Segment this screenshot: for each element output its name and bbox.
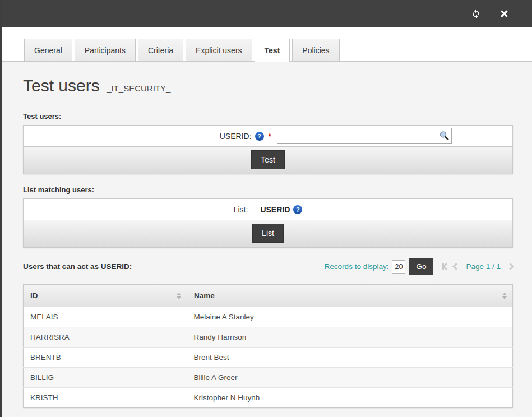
main-content: Test users _IT_SECURITY_ Test users: USE… bbox=[2, 76, 532, 408]
title-bar bbox=[2, 0, 532, 27]
page-title-text: Test users bbox=[23, 76, 100, 95]
close-icon[interactable] bbox=[498, 8, 510, 19]
refresh-icon[interactable] bbox=[470, 8, 482, 19]
column-label-name: Name bbox=[194, 291, 215, 300]
table-row: MELAISMelaine A Stanley bbox=[24, 307, 513, 327]
list-button[interactable]: List bbox=[252, 224, 284, 243]
first-page-icon[interactable] bbox=[442, 263, 448, 270]
cell-id: HARRISRA bbox=[24, 327, 187, 347]
cell-name: Billie A Greer bbox=[187, 368, 513, 388]
cell-id: KRISTH bbox=[24, 388, 187, 408]
list-matching-box: List: USERID ? List bbox=[23, 198, 513, 248]
sort-icon[interactable] bbox=[177, 293, 181, 299]
help-icon[interactable]: ? bbox=[293, 205, 302, 214]
sort-icon[interactable] bbox=[502, 293, 507, 299]
cell-name: Kristopher N Huynh bbox=[187, 388, 513, 408]
records-controls: Records to display: Go Page 1 / 1 bbox=[325, 258, 513, 275]
list-field-row: List: USERID ? bbox=[24, 199, 512, 220]
results-table: ID Name MELAISMelaine A StanleyHARRISRAR… bbox=[23, 284, 513, 408]
table-row: BILLIGBillie A Greer bbox=[24, 368, 513, 388]
list-label: List: bbox=[234, 205, 248, 214]
tab-criteria[interactable]: Criteria bbox=[138, 39, 183, 61]
cell-id: MELAIS bbox=[24, 307, 187, 327]
page-title: Test users _IT_SECURITY_ bbox=[23, 76, 513, 95]
previous-page-icon[interactable] bbox=[453, 263, 460, 270]
next-page-icon[interactable] bbox=[507, 263, 514, 270]
userid-label: USERID: bbox=[220, 132, 252, 141]
column-header-id[interactable]: ID bbox=[24, 285, 187, 307]
table-row: HARRISRARandy Harrison bbox=[24, 327, 513, 347]
list-box-footer: List bbox=[24, 220, 512, 247]
tab-explicit-users[interactable]: Explicit users bbox=[186, 39, 252, 61]
test-users-box: USERID: ? * Test bbox=[23, 125, 513, 174]
page-indicator: Page 1 / 1 bbox=[466, 262, 501, 271]
userid-input[interactable] bbox=[277, 128, 452, 144]
tab-policies[interactable]: Policies bbox=[292, 39, 339, 61]
cell-name: Brent Best bbox=[187, 347, 513, 368]
table-header-row: ID Name bbox=[24, 285, 513, 307]
column-label-id: ID bbox=[30, 291, 38, 300]
tab-test[interactable]: Test bbox=[255, 39, 290, 62]
test-box-footer: Test bbox=[24, 146, 512, 174]
test-button[interactable]: Test bbox=[251, 150, 285, 169]
dialog-window: GeneralParticipantsCriteriaExplicit user… bbox=[0, 0, 532, 417]
cell-name: Randy Harrison bbox=[187, 327, 513, 347]
pagination: Page 1 / 1 bbox=[442, 262, 513, 271]
records-to-display-label: Records to display: bbox=[325, 262, 389, 271]
list-value: USERID bbox=[260, 205, 290, 214]
list-matching-label: List matching users: bbox=[23, 186, 513, 194]
column-header-name[interactable]: Name bbox=[187, 285, 513, 307]
userid-field-row: USERID: ? * bbox=[24, 126, 512, 146]
help-icon[interactable]: ? bbox=[255, 132, 264, 141]
table-row: BRENTBBrent Best bbox=[24, 347, 513, 368]
results-header: Users that can act as USERID: Records to… bbox=[23, 258, 513, 275]
tab-bar: GeneralParticipantsCriteriaExplicit user… bbox=[2, 27, 532, 62]
records-count-input[interactable] bbox=[392, 260, 405, 274]
table-row: KRISTHKristopher N Huynh bbox=[24, 388, 513, 408]
cell-id: BRENTB bbox=[24, 347, 187, 368]
required-asterisk: * bbox=[269, 132, 271, 141]
magnifier-icon[interactable] bbox=[438, 130, 450, 143]
go-button[interactable]: Go bbox=[409, 258, 433, 275]
tab-participants[interactable]: Participants bbox=[75, 39, 136, 61]
tab-general[interactable]: General bbox=[24, 39, 72, 61]
page-subtitle: _IT_SECURITY_ bbox=[107, 84, 170, 93]
cell-name: Melaine A Stanley bbox=[187, 307, 513, 327]
test-users-label: Test users: bbox=[23, 112, 513, 121]
cell-id: BILLIG bbox=[24, 368, 187, 388]
userid-input-wrap bbox=[277, 128, 452, 144]
results-table-body: MELAISMelaine A StanleyHARRISRARandy Har… bbox=[24, 307, 513, 408]
results-title: Users that can act as USERID: bbox=[23, 262, 132, 271]
